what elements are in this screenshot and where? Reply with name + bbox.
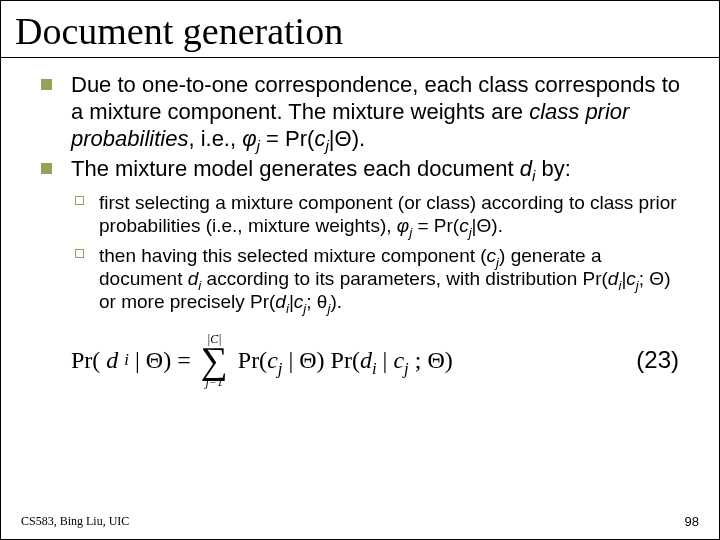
sub-list: first selecting a mixture component (or … xyxy=(71,191,689,313)
text: first selecting a mixture component (or … xyxy=(99,192,677,236)
sum-lower: j=1 xyxy=(206,376,223,388)
text: Pr( xyxy=(71,347,100,374)
text: according to its parameters, with distri… xyxy=(201,268,608,289)
slide: Document generation Due to one-to-one co… xyxy=(0,0,720,540)
sigma-symbol: ∑ xyxy=(201,345,228,375)
var-d: d xyxy=(106,347,118,374)
bullet-list: Due to one-to-one correspondence, each c… xyxy=(41,72,689,313)
var-c: c xyxy=(487,245,497,266)
var-d: d xyxy=(608,268,619,289)
phi-symbol: φ xyxy=(242,126,256,151)
var-c: c xyxy=(294,291,304,312)
slide-body: Due to one-to-one correspondence, each c… xyxy=(1,58,719,313)
equation-label: (23) xyxy=(636,346,679,374)
text: ). xyxy=(330,291,342,312)
text: | xyxy=(377,347,394,373)
var-c: c xyxy=(393,347,404,373)
var-c: c xyxy=(459,215,469,236)
bullet-1: Due to one-to-one correspondence, each c… xyxy=(41,72,689,152)
equation-row: Pr(di | Θ) = |C| ∑ j=1 Pr(cj | Θ) Pr(di … xyxy=(1,333,719,387)
text: ; θ xyxy=(306,291,327,312)
var-c: c xyxy=(267,347,278,373)
var-c: c xyxy=(626,268,636,289)
text: by: xyxy=(535,156,570,181)
text: The mixture model generates each documen… xyxy=(71,156,520,181)
page-number: 98 xyxy=(685,514,699,529)
equation: Pr(di | Θ) = |C| ∑ j=1 Pr(cj | Θ) Pr(di … xyxy=(71,333,453,387)
sub-bullet-1: first selecting a mixture component (or … xyxy=(71,191,689,237)
bullet-2: The mixture model generates each documen… xyxy=(41,156,689,313)
footer-left: CS583, Bing Liu, UIC xyxy=(21,514,129,529)
text: Pr( xyxy=(238,347,267,373)
text: = Pr( xyxy=(260,126,314,151)
text: |Θ). xyxy=(472,215,503,236)
text: ; Θ) xyxy=(409,347,453,373)
text: , i.e., xyxy=(188,126,242,151)
text: |Θ). xyxy=(329,126,365,151)
sub-bullet-2: then having this selected mixture compon… xyxy=(71,244,689,314)
text: | Θ) Pr( xyxy=(282,347,359,373)
slide-title: Document generation xyxy=(1,1,719,58)
var-d: d xyxy=(275,291,286,312)
var-d: d xyxy=(520,156,532,181)
var-d: d xyxy=(360,347,372,373)
var-c: c xyxy=(314,126,325,151)
text: | Θ) = xyxy=(135,347,191,374)
text: = Pr( xyxy=(412,215,459,236)
summation-icon: |C| ∑ j=1 xyxy=(201,333,228,387)
phi-symbol: φ xyxy=(397,215,409,236)
var-d: d xyxy=(188,268,199,289)
text: then having this selected mixture compon… xyxy=(99,245,487,266)
